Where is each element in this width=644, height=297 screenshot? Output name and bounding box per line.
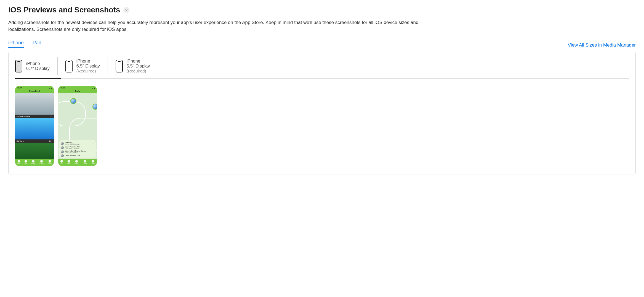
screen-title: Trails [58,90,97,93]
tab-item: Feed [17,163,20,164]
display-label: 6.5" Display [76,64,100,69]
trail-list-card: Half Dome16.3 mi · 4,800 ft elevation • … [59,140,96,158]
tab-item: Trails [67,163,71,164]
device-size-strip: iPhone 6.7" Display iPhone 6.5" Display … [15,57,629,75]
tab-item: Hike [25,163,27,164]
device-label: iPhone [127,59,150,64]
map-body: Half Dome16.3 mi · 4,800 ft elevation • … [58,93,97,159]
status-bar: 10:47 •ıl ▮ [15,86,54,90]
page-title: iOS Previews and Screenshots [8,6,120,14]
chevron-icon: • [94,143,94,144]
phone-icon [15,60,22,72]
tab-item: Nearby [74,163,79,164]
view-all-sizes-link[interactable]: View All Sizes in Media Manager [568,42,636,48]
tab-item: Gallery [39,163,44,164]
bottom-tabs: Feed Trails Nearby Gallery Profile [58,159,97,166]
feed-item-age: 7 hr [50,115,52,117]
description-text: Adding screenshots for the newest device… [8,19,422,33]
status-time: 10:47 [17,87,22,89]
map-pin-icon [92,104,97,110]
feed-item-name: El Capitan Preserve [17,115,30,117]
trail-thumb-icon [61,154,64,157]
phone-icon [65,60,73,72]
help-icon[interactable]: ? [123,7,129,13]
feed-item-name: Half Dome [17,140,24,142]
list-item: Half Dome16.3 mi · 4,800 ft elevation • [60,141,95,145]
list-item: Lower Yosemite Falls [60,154,95,158]
status-icons: •ıl ▮ [49,87,52,89]
trail-name: Lower Yosemite Falls [65,155,80,156]
trail-meta: 2.4 mi · 100 ft elevation [65,152,86,153]
required-label: (Required) [127,69,150,73]
list-item: Upper Yosemite Falls7.6 mi · 2,969 ft el… [60,145,95,150]
device-label: iPhone [76,59,100,64]
tab-ipad[interactable]: iPad [31,40,41,48]
tab-item: Hiking [31,163,35,164]
feed-item-age: 12 hr [49,140,52,142]
feed-body: El Capitan Preserve 7 hr Half Dome 12 hr [15,93,54,159]
phone-icon [116,60,123,72]
status-time: 10:56 [60,87,65,89]
tab-item: Gallery [83,163,87,164]
status-bar: 10:56 •ıl ▮ [58,86,97,90]
active-size-indicator [15,78,61,79]
tab-item: Profile [91,163,95,164]
trail-meta: 7.6 mi · 2,969 ft elevation [65,148,80,149]
screenshot-thumbnail[interactable]: 10:56 •ıl ▮ Trails Half Dome16.3 mi · 4,… [58,86,97,166]
trail-thumb-icon [61,146,64,149]
trail-thumb-icon [61,150,64,153]
trail-thumb-icon [61,142,64,145]
screenshot-thumbnail[interactable]: 10:47 •ıl ▮ Photo Feed El Capitan Preser… [15,86,54,166]
screenshots-panel: iPhone 6.7" Display iPhone 6.5" Display … [8,52,636,174]
size-67[interactable]: iPhone 6.7" Display [15,57,58,75]
screen-title: Photo Feed [15,90,54,93]
chevron-icon: • [94,147,94,148]
display-label: 5.5" Display [127,64,150,69]
size-65[interactable]: iPhone 6.5" Display (Required) [65,57,108,75]
size-55[interactable]: iPhone 5.5" Display (Required) [116,57,158,75]
tab-item: Profile [48,163,52,164]
device-label: iPhone [26,61,50,66]
display-label: 6.7" Display [26,66,50,71]
tab-item: Feed [60,163,63,164]
bottom-tabs: Feed Hike Hiking Gallery Profile [15,159,54,166]
status-icons: •ıl ▮ [92,87,95,89]
trail-meta: 16.3 mi · 4,800 ft elevation [65,144,79,145]
chevron-icon: • [94,151,94,153]
size-strip-underline [15,78,629,79]
list-item: Mirror Lake & Tenaya Canyon2.4 mi · 100 … [60,150,95,154]
tab-iphone[interactable]: iPhone [8,40,24,48]
required-label: (Required) [76,69,100,73]
